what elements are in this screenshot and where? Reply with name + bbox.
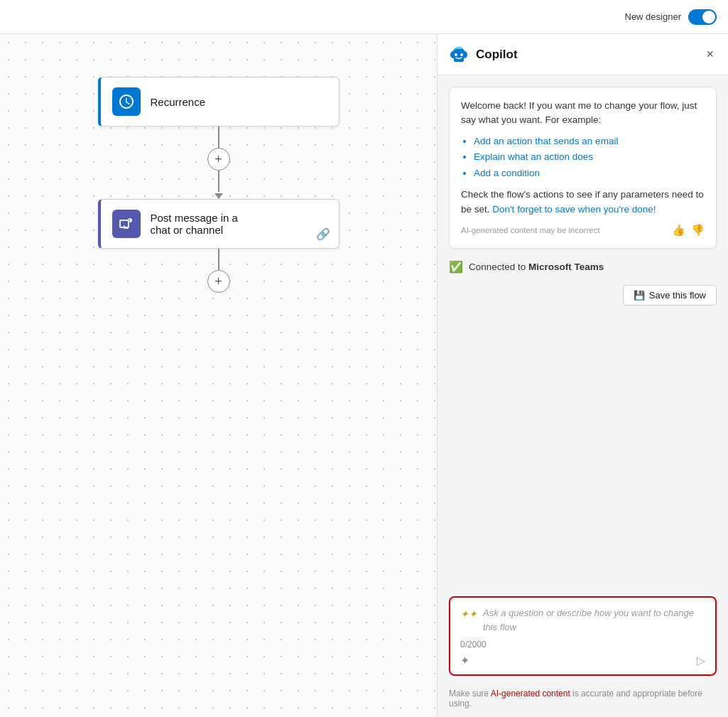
copilot-title: Copilot [476, 48, 518, 62]
list-item-1[interactable]: Add an action that sends an email [474, 134, 705, 150]
recurrence-svg [118, 93, 135, 110]
top-bar: New designer [0, 0, 728, 34]
post-message-node[interactable]: T Post message in achat or channel 🔗 [98, 199, 339, 249]
post-message-title: Post message in achat or channel [151, 212, 238, 236]
save-flow-button[interactable]: 💾 Save this flow [623, 285, 717, 306]
recurrence-icon [112, 87, 141, 116]
message-followup: Check the flow's actions to see if any p… [461, 188, 705, 217]
spark-button[interactable]: ✦ [460, 654, 469, 667]
input-box[interactable]: ✦✦ Ask a question or describe how you wa… [449, 596, 717, 676]
main-area: Recurrence + T [0, 34, 728, 717]
thumbs-up-icon[interactable]: 👍 [672, 224, 685, 237]
svg-point-5 [460, 53, 463, 56]
teams-svg: T [118, 215, 135, 232]
message-list: Add an action that sends an email Explai… [474, 134, 705, 183]
svg-text:T: T [128, 219, 130, 223]
copilot-header: Copilot × [438, 34, 728, 75]
input-actions: ✦ ▷ [460, 654, 705, 667]
char-count: 0/2000 [460, 640, 705, 649]
message-intro: Welcome back! If you want me to change y… [461, 99, 705, 128]
add-step-button-2[interactable]: + [207, 270, 230, 293]
copilot-panel: Copilot × Welcome back! If you want me t… [437, 34, 728, 717]
svg-point-4 [455, 53, 457, 56]
check-circle-icon: ✅ [449, 260, 463, 274]
list-item-3[interactable]: Add a condition [474, 166, 705, 182]
connector-line-1 [218, 126, 219, 148]
connector-arrow-1 [214, 193, 223, 199]
list-item-2[interactable]: Explain what an action does [474, 149, 705, 166]
save-flow-row: 💾 Save this flow [449, 285, 717, 308]
input-area: ✦✦ Ask a question or describe how you wa… [438, 588, 728, 684]
input-placeholder-text: Ask a question or describe how you want … [483, 606, 705, 634]
canvas: Recurrence + T [0, 34, 437, 717]
feedback-icons: 👍 👎 [672, 224, 705, 237]
disclaimer-text: Make sure AI-generated content is accura… [449, 689, 702, 708]
link-icon: 🔗 [316, 227, 330, 241]
welcome-message-bubble: Welcome back! If you want me to change y… [449, 87, 717, 249]
send-button[interactable]: ▷ [697, 654, 705, 667]
ai-link[interactable]: AI-generated content [491, 689, 570, 699]
disclaimer-footer: Make sure AI-generated content is accura… [438, 684, 728, 717]
connector-2: + [207, 249, 230, 293]
connector-line-3 [218, 249, 219, 270]
new-designer-toggle[interactable] [688, 9, 717, 25]
floppy-disk-icon: 💾 [634, 290, 645, 301]
ai-disclaimer: AI-generated content may be incorrect 👍 … [461, 224, 705, 237]
copilot-logo-icon [449, 45, 469, 65]
connector-1: + [207, 126, 230, 199]
close-copilot-button[interactable]: × [703, 44, 717, 65]
copilot-title-row: Copilot [449, 45, 518, 65]
thumbs-down-icon[interactable]: 👎 [691, 224, 705, 237]
recurrence-node[interactable]: Recurrence [98, 77, 339, 126]
input-placeholder-row: ✦✦ Ask a question or describe how you wa… [460, 606, 705, 634]
connected-text: Connected to Microsoft Teams [469, 262, 604, 272]
flow-container: Recurrence + T [98, 77, 339, 293]
spark-icon: ✦✦ [460, 607, 477, 622]
copilot-content: Welcome back! If you want me to change y… [438, 75, 728, 588]
connected-status: ✅ Connected to Microsoft Teams [449, 257, 717, 276]
connector-line-2 [218, 171, 219, 192]
add-step-button-1[interactable]: + [207, 148, 230, 171]
teams-icon: T [112, 210, 141, 238]
recurrence-title: Recurrence [151, 96, 206, 108]
new-designer-label: New designer [625, 11, 682, 22]
